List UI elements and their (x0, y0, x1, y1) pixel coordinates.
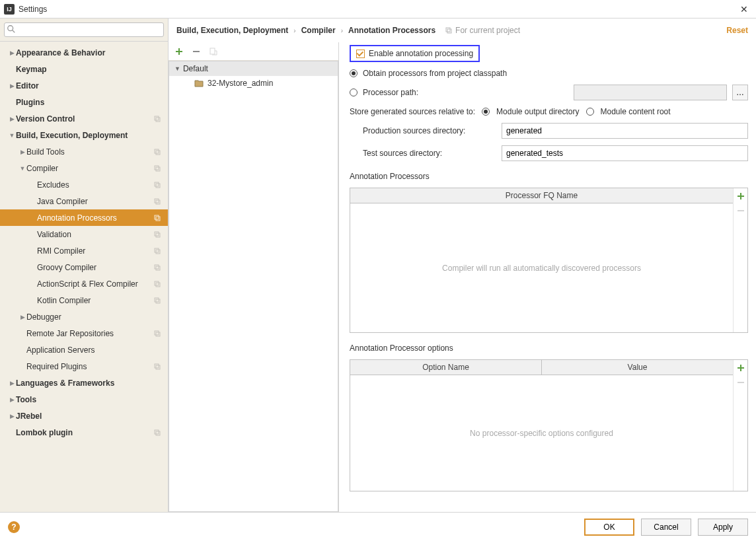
nav-editor[interactable]: ▶Editor (0, 77, 168, 94)
module-root-label: Module content root (601, 107, 671, 116)
move-profile-button[interactable] (208, 46, 219, 57)
processor-path-browse-button[interactable]: … (732, 85, 748, 100)
nav-build-tools[interactable]: ▶Build Tools (0, 143, 168, 160)
project-icon (153, 297, 161, 305)
nav-excludes[interactable]: Excludes (0, 176, 168, 193)
module-output-radio[interactable] (482, 108, 490, 116)
nav-rmi[interactable]: RMI Compiler (0, 242, 168, 259)
window-title: Settings (19, 5, 736, 14)
nav-kotlin[interactable]: Kotlin Compiler (0, 292, 168, 308)
folder-icon (194, 79, 204, 87)
crumb-compiler[interactable]: Compiler (301, 26, 336, 35)
options-section-label: Annotation Processor options (350, 343, 748, 353)
crumb-ap: Annotation Processors (348, 26, 435, 35)
options-table: Option Name Value No processor-specific … (350, 359, 748, 491)
svg-line-1 (13, 30, 15, 33)
enable-annotation-label: Enable annotation processing (369, 49, 473, 58)
options-empty: No processor-specific options configured (350, 375, 733, 491)
breadcrumb: Build, Execution, Deployment › Compiler … (169, 18, 756, 42)
reset-link[interactable]: Reset (726, 26, 748, 35)
project-icon (153, 280, 161, 288)
svg-rect-31 (447, 29, 451, 33)
prod-sources-input[interactable] (502, 123, 748, 139)
nav-plugins[interactable]: Plugins (0, 94, 168, 110)
nav-req-plugins[interactable]: Required Plugins (0, 358, 168, 375)
project-icon (153, 330, 161, 338)
add-profile-button[interactable] (174, 46, 184, 57)
processor-path-radio[interactable] (350, 89, 358, 96)
nav-keymap[interactable]: Keymap (0, 61, 168, 77)
nav-appearance[interactable]: ▶Appearance & Behavior (0, 44, 168, 61)
remove-processor-button[interactable] (736, 205, 746, 216)
nav-compiler[interactable]: ▼Compiler (0, 160, 168, 176)
obtain-classpath-label: Obtain processors from project classpath (363, 69, 507, 78)
search-input[interactable] (4, 22, 164, 37)
svg-rect-13 (156, 217, 160, 221)
help-button[interactable]: ? (8, 521, 20, 533)
nav-java-compiler[interactable]: Java Compiler (0, 193, 168, 209)
nav-jrebel[interactable]: ▶JRebel (0, 408, 168, 424)
project-icon (153, 115, 161, 123)
nav-groovy[interactable]: Groovy Compiler (0, 259, 168, 275)
nav-remote-jar[interactable]: Remote Jar Repositories (0, 325, 168, 342)
svg-rect-15 (156, 233, 160, 237)
test-sources-input[interactable] (502, 145, 748, 161)
ok-button[interactable]: OK (584, 519, 634, 536)
project-icon (153, 429, 161, 437)
enable-annotation-checkbox[interactable] (356, 50, 365, 58)
add-option-button[interactable] (736, 363, 746, 373)
nav-lombok[interactable]: Lombok plugin (0, 424, 168, 441)
project-icon (153, 181, 161, 189)
svg-rect-27 (156, 365, 160, 369)
nav-app-servers[interactable]: Application Servers (0, 342, 168, 358)
profile-module[interactable]: 32-Mystore_admin (169, 76, 338, 90)
module-root-radio[interactable] (586, 108, 594, 116)
obtain-classpath-radio[interactable] (350, 69, 358, 77)
test-sources-label: Test sources directory: (350, 149, 495, 158)
nav-asflex[interactable]: ActionScript & Flex Compiler (0, 275, 168, 292)
nav-lang[interactable]: ▶Languages & Frameworks (0, 375, 168, 391)
close-icon[interactable]: ✕ (736, 3, 752, 16)
svg-rect-26 (155, 364, 159, 368)
fq-header: Processor FQ Name (350, 188, 733, 203)
svg-rect-4 (155, 149, 159, 153)
crumb-bed[interactable]: Build, Execution, Deployment (176, 26, 288, 35)
svg-rect-16 (155, 248, 159, 252)
svg-rect-25 (156, 332, 160, 336)
ap-section-label: Annotation Processors (350, 172, 748, 181)
apply-button[interactable]: Apply (698, 519, 748, 536)
nav-vcs[interactable]: ▶Version Control (0, 110, 168, 127)
project-icon (153, 231, 161, 238)
remove-profile-button[interactable] (191, 46, 202, 57)
svg-rect-20 (155, 281, 159, 285)
for-current-project: For current project (445, 26, 520, 35)
titlebar: IJ Settings ✕ (0, 0, 756, 18)
dialog-footer: ? OK Cancel Apply (0, 512, 756, 541)
svg-rect-29 (156, 431, 160, 435)
nav-validation[interactable]: Validation (0, 226, 168, 242)
svg-rect-11 (156, 200, 160, 204)
svg-rect-9 (156, 184, 160, 188)
profile-default[interactable]: ▼ Default (169, 61, 338, 76)
project-icon (153, 363, 161, 371)
nav-debugger[interactable]: ▶Debugger (0, 308, 168, 325)
processor-path-input[interactable] (574, 85, 727, 100)
profiles-panel: ▼ Default 32-Mystore_admin (169, 42, 339, 512)
cancel-button[interactable]: Cancel (641, 519, 691, 536)
project-icon (153, 164, 161, 172)
add-processor-button[interactable] (736, 191, 746, 201)
nav-tools[interactable]: ▶Tools (0, 391, 168, 408)
nav-bed[interactable]: ▼Build, Execution, Deployment (0, 127, 168, 143)
remove-option-button[interactable] (736, 377, 746, 388)
project-icon (153, 148, 161, 156)
store-label: Store generated sources relative to: (350, 107, 475, 116)
nav-annotation-processors[interactable]: Annotation Processors (0, 209, 168, 226)
chevron-down-icon: ▼ (174, 65, 180, 72)
profile-default-label: Default (183, 64, 208, 73)
settings-tree[interactable]: ▶Appearance & Behavior Keymap ▶Editor Pl… (0, 42, 168, 512)
svg-rect-7 (156, 167, 160, 171)
svg-rect-17 (156, 250, 160, 254)
svg-rect-3 (156, 118, 160, 122)
app-icon: IJ (4, 4, 15, 15)
svg-rect-35 (210, 48, 215, 54)
